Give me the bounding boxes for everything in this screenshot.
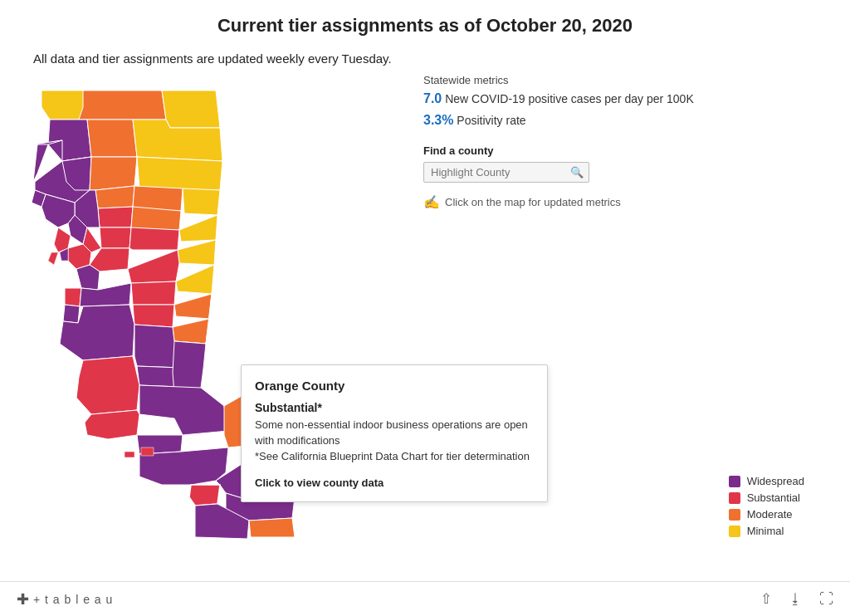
search-box[interactable]: 🔍 bbox=[423, 162, 589, 183]
legend-label: Widespread bbox=[747, 475, 804, 487]
county-tooltip: Orange County Substantial* Some non-esse… bbox=[241, 364, 548, 502]
svg-marker-38 bbox=[173, 319, 209, 344]
legend-swatch bbox=[729, 526, 740, 537]
map-container[interactable]: Orange County Substantial* Some non-esse… bbox=[17, 74, 382, 539]
svg-marker-20 bbox=[178, 240, 216, 265]
svg-marker-35 bbox=[63, 305, 80, 323]
legend-label: Substantial bbox=[747, 491, 800, 504]
svg-marker-30 bbox=[176, 265, 214, 294]
svg-marker-50 bbox=[189, 485, 220, 506]
svg-marker-52 bbox=[249, 518, 295, 537]
footer-actions: ⇧ ⭳ ⛶ bbox=[760, 590, 833, 608]
click-hint: ✍ Click on the map for updated metrics bbox=[423, 194, 825, 210]
search-input[interactable] bbox=[431, 166, 570, 178]
svg-marker-45 bbox=[85, 410, 139, 439]
share-icon[interactable]: ⇧ bbox=[760, 590, 772, 608]
tableau-logo-text: + t a b l e a u bbox=[33, 593, 113, 606]
legend-item: Moderate bbox=[729, 508, 804, 521]
svg-marker-33 bbox=[131, 281, 176, 305]
legend-item: Substantial bbox=[729, 491, 804, 504]
click-hint-text: Click on the map for updated metrics bbox=[445, 196, 621, 208]
tableau-cross-icon: ✚ bbox=[17, 590, 30, 609]
tooltip-view-link[interactable]: Click to view county data bbox=[255, 477, 383, 489]
svg-marker-18 bbox=[100, 227, 131, 248]
metric1-value: 7.0 bbox=[423, 91, 442, 105]
download-icon[interactable]: ⭳ bbox=[789, 591, 803, 608]
metric2-value: 3.3% bbox=[423, 113, 453, 127]
legend-swatch bbox=[729, 476, 740, 487]
tableau-logo: ✚ + t a b l e a u bbox=[17, 590, 113, 609]
svg-marker-19 bbox=[129, 227, 179, 250]
svg-marker-43 bbox=[139, 385, 228, 435]
fullscreen-icon[interactable]: ⛶ bbox=[819, 591, 833, 608]
legend-swatch bbox=[729, 509, 740, 521]
svg-marker-27 bbox=[90, 248, 129, 271]
page-title: Current tier assignments as of October 2… bbox=[0, 15, 850, 37]
metric2: 3.3% Positivity rate bbox=[423, 113, 825, 128]
legend-label: Minimal bbox=[747, 525, 784, 537]
search-icon: 🔍 bbox=[570, 166, 584, 178]
metric2-text: Positivity rate bbox=[457, 114, 525, 127]
app-container: Current tier assignments as of October 2… bbox=[0, 0, 850, 616]
svg-marker-29 bbox=[128, 250, 179, 283]
metric1: 7.0 New COVID-19 positive cases per day … bbox=[423, 91, 825, 106]
svg-marker-15 bbox=[98, 207, 133, 227]
find-county-label: Find a county bbox=[423, 144, 825, 157]
svg-marker-3 bbox=[48, 120, 91, 161]
svg-marker-14 bbox=[183, 188, 220, 215]
svg-marker-4 bbox=[87, 120, 137, 157]
legend-swatch bbox=[729, 492, 740, 504]
svg-marker-56 bbox=[48, 252, 58, 265]
footer-toolbar: ✚ + t a b l e a u ⇧ ⭳ ⛶ bbox=[0, 581, 850, 616]
svg-marker-12 bbox=[95, 186, 134, 208]
svg-marker-2 bbox=[162, 90, 220, 128]
legend: WidespreadSubstantialModerateMinimal bbox=[729, 475, 804, 541]
svg-marker-1 bbox=[79, 90, 166, 120]
legend-item: Widespread bbox=[729, 475, 804, 487]
legend-item: Minimal bbox=[729, 525, 804, 537]
subtitle-text: All data and tier assignments are update… bbox=[0, 45, 850, 66]
cursor-icon: ✍ bbox=[423, 194, 440, 210]
tooltip-tier: Substantial* bbox=[255, 401, 530, 414]
svg-marker-53 bbox=[141, 447, 154, 456]
tooltip-county-name: Orange County bbox=[255, 379, 530, 393]
svg-marker-42 bbox=[76, 356, 139, 414]
svg-marker-34 bbox=[174, 294, 212, 319]
svg-marker-36 bbox=[133, 305, 174, 327]
main-content: Orange County Substantial* Some non-esse… bbox=[0, 66, 850, 539]
svg-marker-54 bbox=[125, 452, 134, 457]
legend-label: Moderate bbox=[747, 508, 793, 521]
page-header: Current tier assignments as of October 2… bbox=[0, 0, 850, 45]
svg-marker-10 bbox=[90, 157, 137, 190]
svg-marker-16 bbox=[131, 207, 181, 230]
svg-marker-11 bbox=[137, 157, 222, 190]
metric1-text: New COVID-19 positive cases per day per … bbox=[445, 92, 694, 105]
tooltip-description: Some non-essential indoor business opera… bbox=[255, 418, 530, 465]
svg-marker-31 bbox=[65, 288, 81, 306]
statewide-label: Statewide metrics bbox=[423, 74, 825, 86]
svg-marker-17 bbox=[179, 215, 217, 242]
